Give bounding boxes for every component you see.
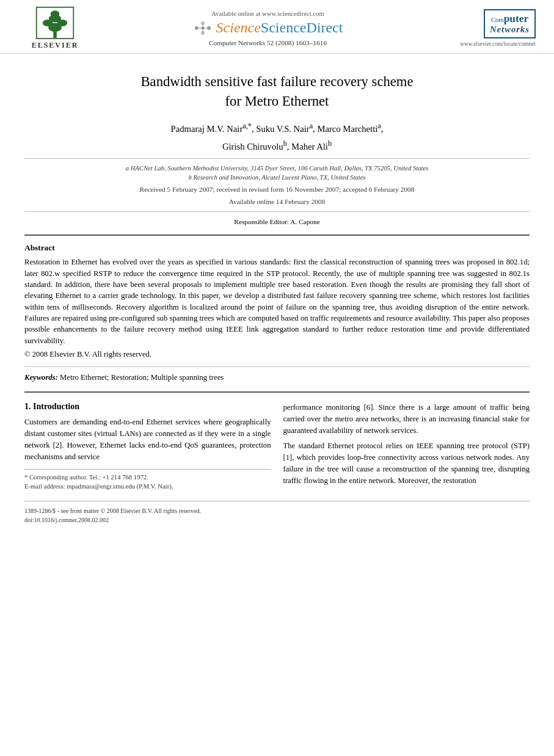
- abstract-section: Abstract Restoration in Ethernet has evo…: [24, 243, 530, 359]
- keywords-label: Keywords:: [24, 373, 58, 382]
- header-center: Available online at www.sciencedirect.co…: [92, 10, 444, 46]
- elsevier-tree-icon: [34, 6, 76, 40]
- elsevier-logo-container: ELSEVIER: [18, 6, 92, 50]
- abstract-text: Restoration in Ethernet has evolved over…: [24, 256, 530, 346]
- left-column: 1. Introduction Customers are demanding …: [24, 402, 271, 492]
- author5-sup: b: [328, 139, 332, 148]
- footnote-section: * Corresponding author. Tel.: +1 214 768…: [24, 469, 271, 492]
- title-line1: Bandwidth sensitive fast failure recover…: [24, 72, 530, 92]
- page: ELSEVIER Available online at www.science…: [0, 0, 554, 756]
- main-content: Bandwidth sensitive fast failure recover…: [0, 54, 554, 537]
- sd-science: Science: [216, 20, 261, 35]
- intro-para1: Customers are demanding end-to-end Ether…: [24, 416, 271, 463]
- responsible-editor: Responsible Editor: A. Capone: [24, 218, 530, 225]
- keywords-text: Metro Ethernet; Restoration; Multiple sp…: [60, 373, 224, 382]
- authors-text1: Padmaraj M.V. Nair: [171, 124, 243, 134]
- copyright-text: © 2008 Elsevier B.V. All rights reserved…: [24, 350, 530, 359]
- cn-networks-label: Networks: [490, 24, 530, 35]
- right-para2: The standard Ethernet protocol relies on…: [283, 440, 530, 487]
- sciencedirect-text: ScienceScienceDirect: [216, 20, 343, 36]
- page-header: ELSEVIER Available online at www.science…: [0, 0, 554, 54]
- sciencedirect-logo: ScienceScienceDirect: [193, 20, 343, 37]
- footnote-star: * Corresponding author. Tel.: +1 214 768…: [24, 473, 271, 482]
- footnote-email: E-mail address: mpadmara@engr.smu.edu (P…: [24, 482, 271, 492]
- authors-line2: Girish Chiruvolub, Maher Alib: [24, 139, 530, 152]
- two-column-section: 1. Introduction Customers are demanding …: [24, 402, 530, 492]
- right-para1: performance monitoring [6]. Since there …: [283, 402, 530, 437]
- footer-line1: 1389-1286/$ - see front matter © 2008 El…: [24, 506, 530, 515]
- svg-rect-0: [53, 31, 57, 38]
- available-online-text: Available online at www.sciencedirect.co…: [211, 10, 324, 17]
- svg-point-5: [51, 10, 60, 17]
- available-online: Available online 14 February 2008: [24, 198, 530, 205]
- keywords-line: Keywords: Metro Ethernet; Restoration; M…: [24, 373, 530, 382]
- elsevier-logo: ELSEVIER: [18, 6, 92, 50]
- page-footer: 1389-1286/$ - see front matter © 2008 El…: [24, 501, 530, 525]
- elsevier-label: ELSEVIER: [32, 41, 79, 50]
- sd-direct: ScienceDirect: [261, 20, 343, 35]
- sciencedirect-molecule-icon: [193, 20, 213, 37]
- abstract-label: Abstract: [24, 243, 530, 253]
- intro-text1: Customers are demanding end-to-end Ether…: [24, 416, 271, 463]
- paper-title: Bandwidth sensitive fast failure recover…: [24, 72, 530, 111]
- footer-line2: doi:10.1016/j.comnet.2008.02.002: [24, 515, 530, 525]
- received-dates: Received 5 February 2007; received in re…: [24, 186, 530, 193]
- title-line2: for Metro Ethernet: [24, 92, 530, 111]
- author1-sup: a,*: [242, 122, 252, 130]
- title-section: Bandwidth sensitive fast failure recover…: [24, 72, 530, 225]
- cn-com: Computer: [490, 13, 530, 24]
- affiliation1: a HACNet Lab, Southern Methodist Univers…: [24, 165, 530, 172]
- right-column: performance monitoring [6]. Since there …: [283, 402, 530, 492]
- header-right: Computer Networks www.elsevier.com/locat…: [444, 9, 536, 47]
- right-col-text: performance monitoring [6]. Since there …: [283, 402, 530, 487]
- affiliation2: b Research and Innovation, Alcatel Lucen…: [24, 174, 530, 181]
- intro-heading: 1. Introduction: [24, 402, 271, 412]
- computer-networks-logo: Computer Networks: [484, 9, 536, 38]
- cn-url: www.elsevier.com/locate/comnet: [460, 41, 536, 47]
- authors-line1: Padmaraj M.V. Naira,*, Suku V.S. Naira, …: [24, 122, 530, 134]
- journal-info: Computer Networks 52 (2008) 1603–1616: [209, 39, 327, 46]
